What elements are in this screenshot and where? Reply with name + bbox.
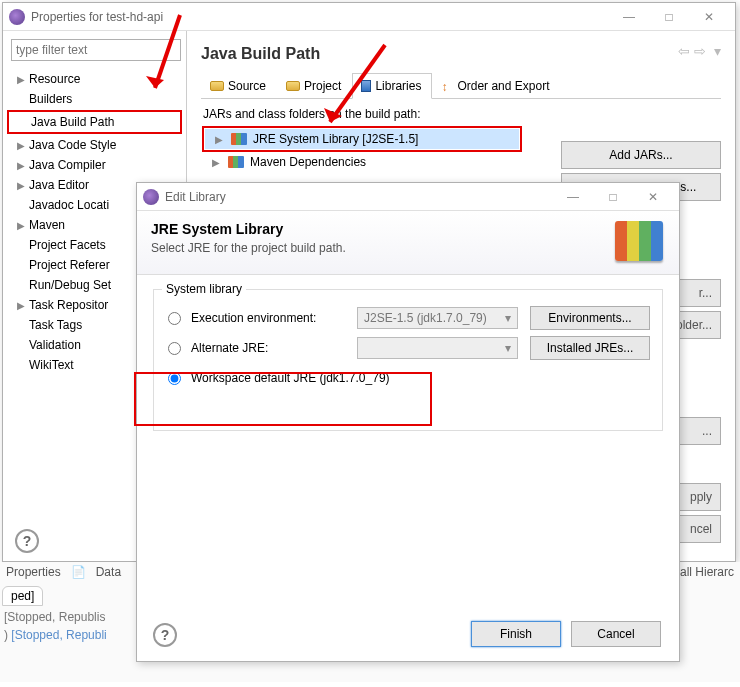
row-label: JRE System Library [J2SE-1.5] bbox=[253, 132, 418, 146]
order-icon bbox=[441, 80, 453, 92]
expand-icon[interactable]: ▶ bbox=[212, 157, 222, 168]
system-library-group: System library Execution environment: J2… bbox=[153, 289, 663, 431]
eclipse-icon bbox=[143, 189, 159, 205]
tab-label: Order and Export bbox=[457, 79, 549, 93]
expand-icon[interactable]: ▶ bbox=[17, 300, 29, 311]
expand-icon[interactable]: ▶ bbox=[17, 140, 29, 151]
finish-button[interactable]: Finish bbox=[471, 621, 561, 647]
build-path-label: JARs and class folders on the build path… bbox=[203, 107, 721, 121]
book-icon bbox=[361, 80, 371, 92]
server-status-1: [Stopped, Republis bbox=[4, 610, 105, 624]
tree-item-label: Resource bbox=[29, 72, 80, 86]
tab-label: Libraries bbox=[375, 79, 421, 93]
installed-jres-button[interactable]: Installed JREs... bbox=[530, 336, 650, 360]
minimize-button[interactable]: — bbox=[553, 186, 593, 208]
tree-item-label: Java Compiler bbox=[29, 158, 106, 172]
library-icon bbox=[231, 133, 247, 145]
expand-icon[interactable]: ▶ bbox=[17, 220, 29, 231]
titlebar: Properties for test-hd-api — □ ✕ bbox=[3, 3, 735, 31]
nav-arrows: ⇦ ⇨ ▾ bbox=[678, 43, 721, 59]
dialog-title: Edit Library bbox=[165, 190, 553, 204]
tree-item[interactable]: Builders bbox=[7, 89, 182, 109]
expand-icon[interactable]: ▶ bbox=[17, 74, 29, 85]
highlight-box-jre: ▶ JRE System Library [J2SE-1.5] bbox=[202, 126, 522, 152]
back-icon[interactable]: ⇦ bbox=[678, 43, 690, 59]
tree-item-label: WikiText bbox=[29, 358, 74, 372]
group-legend: System library bbox=[162, 282, 246, 296]
tab-libraries[interactable]: Libraries bbox=[352, 73, 432, 99]
workspace-default-row: Workspace default JRE (jdk1.7.0_79) bbox=[166, 364, 650, 392]
dialog-subtitle: Select JRE for the project build path. bbox=[151, 241, 665, 255]
jre-system-library-row[interactable]: ▶ JRE System Library [J2SE-1.5] bbox=[205, 129, 519, 149]
tree-item-label: Java Build Path bbox=[31, 115, 114, 129]
tree-item-label: Task Tags bbox=[29, 318, 82, 332]
add-jars-button[interactable]: Add JARs... bbox=[561, 141, 721, 169]
close-button[interactable]: ✕ bbox=[689, 6, 729, 28]
alternate-jre-select[interactable] bbox=[357, 337, 518, 359]
dialog-header: JRE System Library Select JRE for the pr… bbox=[137, 211, 679, 275]
expand-icon[interactable]: ▶ bbox=[215, 134, 225, 145]
window-title: Properties for test-hd-api bbox=[31, 10, 609, 24]
data-view-tab[interactable]: Data bbox=[96, 565, 121, 579]
tree-item-label: Java Editor bbox=[29, 178, 89, 192]
forward-icon[interactable]: ⇨ bbox=[694, 43, 706, 59]
tab-label: Project bbox=[304, 79, 341, 93]
edit-library-dialog: Edit Library — □ ✕ JRE System Library Se… bbox=[136, 182, 680, 662]
alternate-jre-row: Alternate JRE: Installed JREs... bbox=[166, 334, 650, 362]
tab-order-and-export[interactable]: Order and Export bbox=[432, 73, 560, 98]
tab-source[interactable]: Source bbox=[201, 73, 277, 98]
tree-item-label: Maven bbox=[29, 218, 65, 232]
library-header-icon bbox=[615, 221, 663, 261]
tree-item[interactable]: ▶Java Code Style bbox=[7, 135, 182, 155]
tree-item-label: Javadoc Locati bbox=[29, 198, 109, 212]
eclipse-icon bbox=[9, 9, 25, 25]
help-icon[interactable]: ? bbox=[15, 529, 39, 553]
call-hierarchy-tab[interactable]: all Hierarc bbox=[680, 565, 734, 579]
execution-env-radio[interactable] bbox=[168, 312, 181, 325]
maximize-button[interactable]: □ bbox=[649, 6, 689, 28]
folder-icon bbox=[210, 81, 224, 91]
workspace-default-radio[interactable] bbox=[168, 372, 181, 385]
help-icon[interactable]: ? bbox=[153, 623, 177, 647]
cancel-button[interactable]: Cancel bbox=[571, 621, 661, 647]
tree-item[interactable]: Java Build Path bbox=[9, 112, 180, 132]
expand-icon[interactable]: ▶ bbox=[17, 160, 29, 171]
dialog-body: System library Execution environment: J2… bbox=[137, 275, 679, 635]
tab-label: Source bbox=[228, 79, 266, 93]
execution-env-row: Execution environment: J2SE-1.5 (jdk1.7.… bbox=[166, 304, 650, 332]
library-icon bbox=[228, 156, 244, 168]
filter-input[interactable] bbox=[11, 39, 181, 61]
alternate-jre-radio[interactable] bbox=[168, 342, 181, 355]
tree-item-label: Run/Debug Set bbox=[29, 278, 111, 292]
dialog-buttons: Finish Cancel bbox=[471, 621, 661, 647]
tabs: SourceProjectLibrariesOrder and Export bbox=[201, 73, 721, 99]
alternate-jre-label: Alternate JRE: bbox=[191, 341, 351, 355]
environments-button[interactable]: Environments... bbox=[530, 306, 650, 330]
tree-item-label: Project Facets bbox=[29, 238, 106, 252]
tree-item[interactable]: ▶Resource bbox=[7, 69, 182, 89]
properties-view-tab[interactable]: Properties bbox=[6, 565, 61, 579]
dialog-titlebar: Edit Library — □ ✕ bbox=[137, 183, 679, 211]
workspace-default-label: Workspace default JRE (jdk1.7.0_79) bbox=[191, 371, 390, 385]
tree-item[interactable]: ▶Java Compiler bbox=[7, 155, 182, 175]
minimize-button[interactable]: — bbox=[609, 6, 649, 28]
tree-item-label: Project Referer bbox=[29, 258, 110, 272]
dialog-heading: JRE System Library bbox=[151, 221, 665, 237]
server-status-2: [Stopped, Republi bbox=[11, 628, 106, 642]
maximize-button[interactable]: □ bbox=[593, 186, 633, 208]
tree-item-label: Builders bbox=[29, 92, 72, 106]
dropdown-icon[interactable]: ▾ bbox=[714, 43, 721, 59]
row-label: Maven Dependencies bbox=[250, 155, 366, 169]
tree-item-label: Task Repositor bbox=[29, 298, 108, 312]
tab-project[interactable]: Project bbox=[277, 73, 352, 98]
tree-item-label: Validation bbox=[29, 338, 81, 352]
close-button[interactable]: ✕ bbox=[633, 186, 673, 208]
stopped-tab[interactable]: ped] bbox=[2, 586, 43, 606]
expand-icon[interactable]: ▶ bbox=[17, 180, 29, 191]
execution-env-select[interactable]: J2SE-1.5 (jdk1.7.0_79) bbox=[357, 307, 518, 329]
execution-env-label: Execution environment: bbox=[191, 311, 351, 325]
folder-icon bbox=[286, 81, 300, 91]
page-title: Java Build Path bbox=[201, 45, 721, 63]
tree-item-label: Java Code Style bbox=[29, 138, 116, 152]
